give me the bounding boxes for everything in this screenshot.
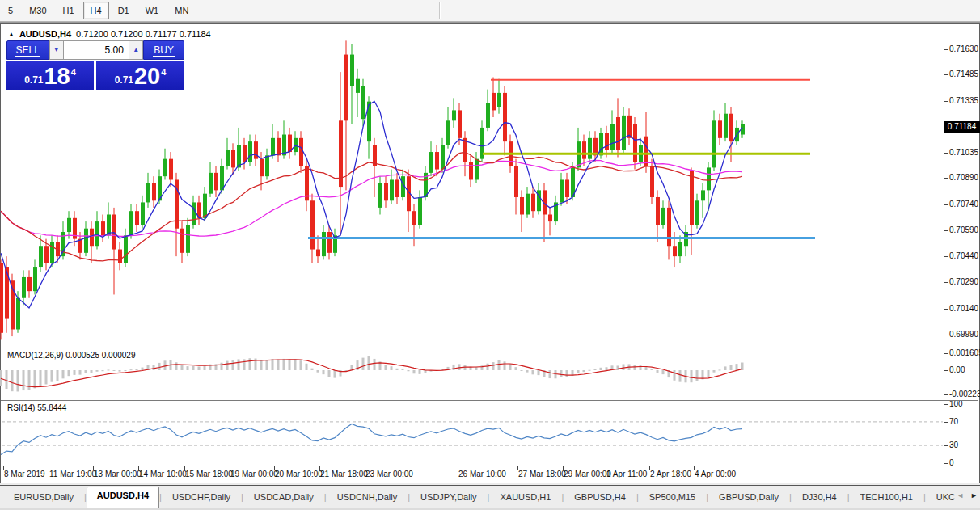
chart-tab-USDCNH-Daily[interactable]: USDCNH,Daily (327, 489, 408, 505)
date-axis-label: 23 Mar 00:00 (365, 470, 413, 478)
timeframe-button-MN[interactable]: MN (167, 2, 196, 19)
toolbar-separator (439, 2, 441, 19)
tab-scroll-right-icon[interactable]: ► (970, 491, 978, 499)
macd-axis-label: -0.002235 (949, 390, 980, 398)
buy-quote-box[interactable]: 0.71 20 4 (96, 61, 184, 90)
timeframe-button-D1[interactable]: D1 (111, 2, 137, 19)
price-axis-tick (944, 335, 948, 335)
price-axis-label: 0.71630 (949, 44, 978, 53)
macd-axis-label: 0.001605 (949, 348, 980, 357)
sell-price-big: 18 (44, 65, 70, 88)
rsi-indicator-label: RSI(14) 55.8444 (7, 403, 66, 412)
price-axis-tick (944, 49, 948, 50)
chart-tab-TECH100-H1[interactable]: TECH100,H1 (850, 489, 923, 505)
chart-tab-USDCAD-Daily[interactable]: USDCAD,Daily (243, 489, 324, 505)
toolbar-shadow (0, 22, 980, 23)
chart-tab-bar: EURUSD,Daily|AUDUSD,H4|USDCHF,Daily|USDC… (0, 485, 980, 508)
timeframe-toolbar: 5M30H1H4D1W1MN (0, 0, 980, 22)
sell-price-pip: 4 (71, 67, 76, 77)
price-axis-label: 0.69990 (949, 330, 978, 339)
chart-tab-DJ30-H4[interactable]: DJ30,H4 (792, 489, 847, 505)
price-axis-label: 0.70890 (949, 173, 978, 182)
date-axis-label: 20 Mar 10:00 (275, 470, 323, 478)
sell-button[interactable]: SELL (6, 40, 49, 60)
rsi-axis-tick (944, 463, 948, 464)
price-axis-label: 0.70440 (949, 251, 978, 260)
volume-input[interactable]: 5.00 (64, 40, 129, 60)
one-click-trade-panel: SELL ▼ 5.00 ▲ BUY 0.71 18 4 0.71 20 4 (6, 40, 184, 90)
chart-tab-GBPUSD-Daily[interactable]: GBPUSD,Daily (708, 489, 789, 505)
chart-symbol-label: AUDUSD,H4 (19, 29, 71, 39)
sell-quote-box[interactable]: 0.71 18 4 (6, 61, 94, 90)
volume-decrease-button[interactable]: ▼ (49, 40, 65, 60)
tab-scroll-arrows: ◄ ► (957, 491, 978, 499)
chart-tab-SP500-M15[interactable]: SP500,M15 (639, 489, 706, 505)
macd-axis-tick (944, 370, 948, 371)
macd-axis-tick (944, 353, 948, 354)
buy-price-pip: 4 (161, 67, 166, 77)
date-axis-label: 4 Apr 00:00 (695, 470, 736, 478)
buy-price-big: 20 (134, 65, 160, 88)
price-axis-tick (944, 153, 948, 154)
price-axis-label: 0.70590 (949, 225, 978, 234)
chart-tab-strip: EURUSD,Daily|AUDUSD,H4|USDCHF,Daily|USDC… (0, 486, 956, 508)
price-axis-tick (944, 309, 948, 310)
macd-axis-label: 0.00 (949, 365, 965, 374)
date-axis-label: 1 Apr 11:00 (606, 470, 647, 478)
chart-collapse-icon[interactable]: ▲ (8, 31, 15, 38)
date-axis-label: 14 Mar 10:00 (139, 470, 187, 478)
rsi-axis-label: 30 (949, 440, 958, 449)
price-axis-label: 0.70140 (949, 304, 978, 313)
price-axis-tick (944, 204, 948, 205)
buy-button-label: BUY (153, 44, 175, 57)
date-axis-label: 26 Mar 10:00 (458, 470, 506, 478)
timeframe-button-5[interactable]: 5 (1, 2, 20, 19)
chart-tab-XAUUSD-H1[interactable]: XAUUSD,H1 (489, 489, 561, 505)
chart-tab-GBPUSD-H4[interactable]: GBPUSD,H4 (564, 489, 636, 505)
rsi-axis-tick (944, 445, 948, 446)
date-axis-label: 11 Mar 19:00 (49, 470, 96, 478)
date-axis-label: 2 Apr 18:00 (650, 470, 691, 478)
chart-tab-EURUSD-Daily[interactable]: EURUSD,Daily (3, 489, 84, 505)
rsi-pane-divider[interactable] (1, 400, 978, 401)
price-axis-label: 0.71335 (949, 96, 978, 105)
price-axis-label: 0.70290 (949, 277, 978, 286)
date-axis-label: 13 Mar 00:00 (94, 470, 142, 478)
price-axis-tick (944, 178, 948, 179)
buy-button[interactable]: BUY (143, 40, 184, 60)
timeframe-button-H4[interactable]: H4 (83, 2, 109, 19)
price-axis-label: 0.71485 (949, 70, 978, 78)
date-axis-label: 8 Mar 2019 (4, 470, 45, 478)
price-axis-tick (944, 282, 948, 283)
current-price-tag: 0.71184 (944, 121, 980, 133)
chart-tab-UKC[interactable]: UKC (926, 489, 956, 505)
chart-ohlc-values: 0.71200 0.71200 0.71177 0.71184 (76, 29, 211, 39)
chart-window (0, 23, 980, 484)
price-axis-tick (944, 101, 948, 102)
tab-scroll-left-icon[interactable]: ◄ (957, 491, 964, 499)
price-axis-tick (944, 74, 948, 75)
date-axis[interactable]: 8 Mar 201911 Mar 19:0013 Mar 00:0014 Mar… (1, 466, 978, 483)
buy-price-prefix: 0.71 (115, 74, 133, 86)
rsi-axis-tick (944, 404, 948, 405)
chart-tab-USDCHF-Daily[interactable]: USDCHF,Daily (162, 489, 241, 505)
date-axis-label: 19 Mar 00:00 (230, 470, 278, 478)
price-axis-label: 0.71035 (949, 148, 978, 157)
date-axis-label: 21 Mar 18:00 (320, 470, 368, 478)
timeframe-button-W1[interactable]: W1 (138, 2, 167, 19)
chart-tab-AUDUSD-H4[interactable]: AUDUSD,H4 (87, 487, 159, 508)
price-axis-tick (944, 256, 948, 257)
chart-title: ▲ AUDUSD,H4 0.71200 0.71200 0.71177 0.71… (8, 29, 211, 39)
sell-button-label: SELL (15, 44, 40, 57)
volume-increase-button[interactable]: ▲ (129, 40, 144, 60)
date-axis-label: 15 Mar 18:00 (185, 470, 233, 478)
rsi-axis-label: 70 (949, 417, 958, 426)
macd-pane-divider[interactable] (1, 348, 978, 348)
macd-axis-tick (944, 394, 948, 395)
chart-tab-USDJPY-Daily[interactable]: USDJPY,Daily (410, 489, 488, 505)
rsi-axis-tick (944, 422, 948, 423)
timeframe-button-H1[interactable]: H1 (56, 2, 82, 19)
timeframe-button-M30[interactable]: M30 (22, 2, 53, 19)
date-axis-label: 29 Mar 00:00 (564, 470, 611, 478)
price-axis-tick (944, 230, 948, 231)
